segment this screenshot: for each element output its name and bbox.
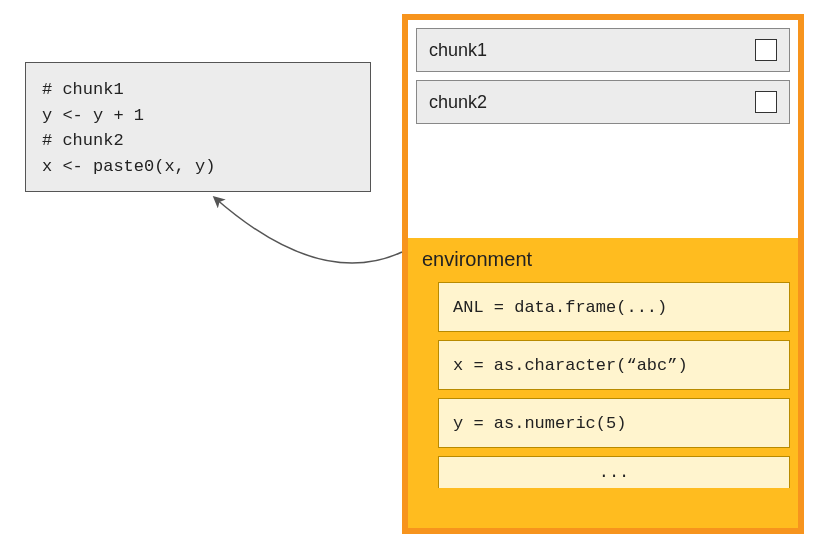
environment-title: environment (408, 238, 798, 279)
chunk-checkbox-1[interactable] (755, 39, 777, 61)
env-item: x = as.character(“abc”) (438, 340, 790, 390)
code-line-2: y <- y + 1 (42, 106, 144, 125)
chunk-label: chunk1 (429, 40, 487, 61)
code-line-3: # chunk2 (42, 131, 124, 150)
env-item-text: y = as.numeric(5) (453, 414, 626, 433)
code-line-4: x <- paste0(x, y) (42, 157, 215, 176)
chunk-checkbox-2[interactable] (755, 91, 777, 113)
environment-list: ANL = data.frame(...) x = as.character(“… (438, 282, 790, 488)
chunk-row-1: chunk1 (416, 28, 790, 72)
code-box: # chunk1 y <- y + 1 # chunk2 x <- paste0… (25, 62, 371, 192)
env-item: ANL = data.frame(...) (438, 282, 790, 332)
env-item-text: ... (599, 463, 630, 482)
env-item-text: x = as.character(“abc”) (453, 356, 688, 375)
environment-area: environment ANL = data.frame(...) x = as… (408, 238, 798, 528)
env-item: y = as.numeric(5) (438, 398, 790, 448)
panel: chunk1 chunk2 environment ANL = data.fra… (402, 14, 804, 534)
chunk-row-2: chunk2 (416, 80, 790, 124)
chunk-label: chunk2 (429, 92, 487, 113)
code-line-1: # chunk1 (42, 80, 124, 99)
env-item-text: ANL = data.frame(...) (453, 298, 667, 317)
env-item-ellipsis: ... (438, 456, 790, 488)
